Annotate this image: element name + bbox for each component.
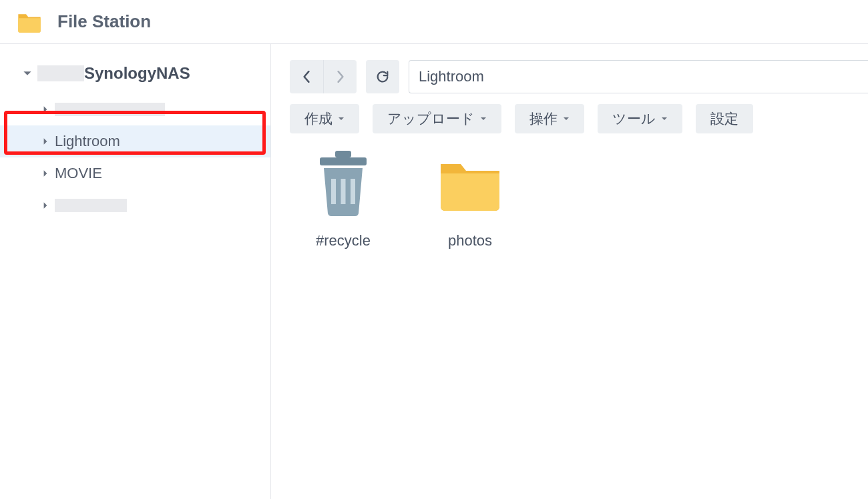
- titlebar: File Station: [0, 0, 868, 44]
- chevron-down-icon: [661, 115, 668, 122]
- toolbar-navigation: [290, 60, 868, 93]
- caret-down-icon: [23, 69, 32, 78]
- folder-icon: [437, 149, 503, 216]
- content: SynologyNAS Lightroom MOVIE: [0, 44, 868, 499]
- main-panel: 作成 アップロード 操作 ツール 設定: [271, 44, 868, 499]
- tree-item[interactable]: [0, 93, 270, 125]
- svg-rect-0: [320, 157, 367, 165]
- tree-item-lightroom[interactable]: Lightroom: [0, 125, 270, 157]
- file-item-recycle[interactable]: #recycle: [296, 149, 390, 250]
- file-grid: #recycle photos: [290, 133, 868, 250]
- caret-right-icon: [41, 105, 49, 113]
- redacted-text: [37, 65, 84, 81]
- tree-item-label: MOVIE: [55, 165, 102, 182]
- action-button[interactable]: 操作: [515, 104, 584, 133]
- file-item-label: #recycle: [316, 232, 371, 250]
- tree-item-label: Lightroom: [55, 133, 120, 150]
- file-item-photos[interactable]: photos: [423, 149, 517, 250]
- toolbar-actions: 作成 アップロード 操作 ツール 設定: [290, 104, 868, 133]
- chevron-down-icon: [480, 115, 487, 122]
- svg-rect-2: [331, 179, 336, 204]
- recycle-bin-icon: [310, 149, 377, 216]
- button-label: ツール: [612, 109, 656, 128]
- sidebar: SynologyNAS Lightroom MOVIE: [0, 44, 271, 499]
- redacted-text: [55, 199, 127, 212]
- chevron-down-icon: [338, 115, 345, 122]
- caret-right-icon: [41, 137, 49, 145]
- redacted-text: [55, 103, 165, 116]
- button-label: 設定: [710, 109, 738, 128]
- file-item-label: photos: [448, 232, 492, 250]
- svg-rect-4: [351, 179, 355, 204]
- create-button[interactable]: 作成: [290, 104, 359, 133]
- path-input[interactable]: [409, 60, 868, 93]
- app-folder-icon: [16, 9, 43, 35]
- nav-history-group: [290, 60, 357, 93]
- forward-button[interactable]: [323, 60, 357, 93]
- button-label: 作成: [304, 109, 333, 128]
- app-title: File Station: [57, 11, 151, 32]
- tool-button[interactable]: ツール: [598, 104, 682, 133]
- caret-right-icon: [41, 201, 49, 209]
- back-button[interactable]: [290, 60, 323, 93]
- caret-right-icon: [41, 169, 49, 177]
- tree-root[interactable]: SynologyNAS: [0, 60, 270, 87]
- tree-root-label: SynologyNAS: [84, 64, 190, 83]
- upload-button[interactable]: アップロード: [373, 104, 501, 133]
- svg-rect-3: [341, 179, 346, 204]
- svg-rect-1: [335, 151, 351, 157]
- tree-item[interactable]: [0, 189, 270, 221]
- tree-children: Lightroom MOVIE: [0, 93, 270, 221]
- refresh-button[interactable]: [366, 60, 399, 93]
- button-label: 操作: [529, 109, 558, 128]
- button-label: アップロード: [387, 109, 475, 128]
- chevron-down-icon: [563, 115, 570, 122]
- tree-item-movie[interactable]: MOVIE: [0, 157, 270, 189]
- settings-button[interactable]: 設定: [696, 104, 753, 133]
